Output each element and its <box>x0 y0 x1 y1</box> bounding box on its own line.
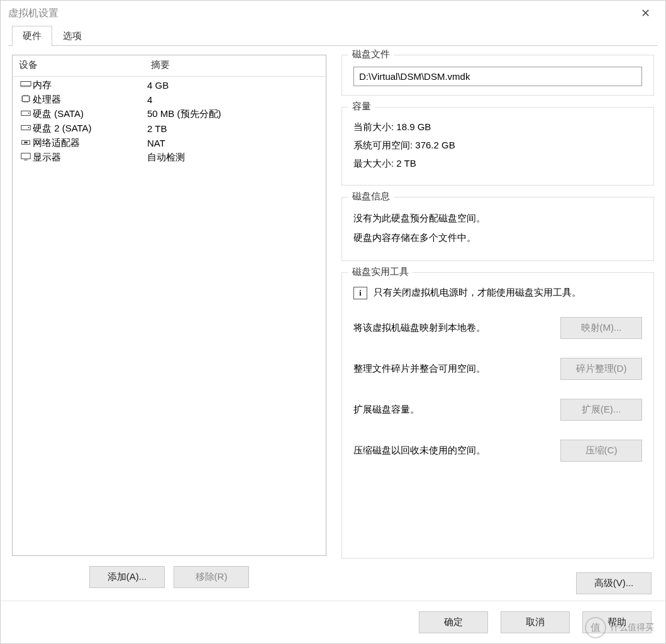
util-defrag-desc: 整理文件碎片并整合可用空间。 <box>353 363 560 375</box>
advanced-button[interactable]: 高级(V)... <box>576 572 652 594</box>
device-table: 设备 摘要 内存 4 GB 处理器 <box>12 55 326 556</box>
group-title-disk-file: 磁盘文件 <box>348 48 394 60</box>
svg-rect-8 <box>21 153 30 159</box>
capacity-free-label: 系统可用空间: <box>353 140 413 152</box>
remove-button[interactable]: 移除(R) <box>174 566 249 588</box>
utilities-note: 只有关闭虚拟机电源时，才能使用磁盘实用工具。 <box>374 287 581 299</box>
expand-button[interactable]: 扩展(E)... <box>560 399 642 421</box>
device-row-display[interactable]: 显示器 自动检测 <box>16 150 322 165</box>
group-title-disk-info: 磁盘信息 <box>348 191 394 203</box>
close-icon[interactable]: ✕ <box>633 6 658 20</box>
svg-point-5 <box>28 127 30 128</box>
device-summary: 50 MB (预先分配) <box>147 108 319 120</box>
disk-info-line1: 没有为此硬盘预分配磁盘空间。 <box>353 213 642 225</box>
compact-button[interactable]: 压缩(C) <box>560 440 642 462</box>
svg-point-3 <box>28 113 30 114</box>
add-button[interactable]: 添加(A)... <box>89 566 165 588</box>
defrag-button[interactable]: 碎片整理(D) <box>560 358 642 380</box>
device-label: 硬盘 2 (SATA) <box>33 123 147 135</box>
group-disk-file: 磁盘文件 D:\Virtual\DSM\DSM.vmdk <box>341 55 654 96</box>
capacity-current-value: 18.9 GB <box>396 121 431 132</box>
memory-icon <box>19 80 33 91</box>
window-title: 虚拟机设置 <box>8 7 58 20</box>
svg-rect-7 <box>24 142 27 143</box>
disk-icon <box>19 123 33 134</box>
device-header-device: 设备 <box>19 59 151 71</box>
device-summary: 4 GB <box>147 80 319 91</box>
device-label: 处理器 <box>33 94 147 106</box>
device-label: 硬盘 (SATA) <box>33 108 147 120</box>
group-capacity: 容量 当前大小: 18.9 GB 系统可用空间: 376.2 GB 最大大小: … <box>341 107 654 186</box>
device-summary: 4 <box>147 94 319 105</box>
capacity-max-value: 2 TB <box>396 158 416 169</box>
cpu-icon <box>19 94 33 105</box>
device-row-disk1[interactable]: 硬盘 (SATA) 50 MB (预先分配) <box>16 107 322 121</box>
svg-rect-0 <box>21 82 31 86</box>
util-compact-desc: 压缩磁盘以回收未使用的空间。 <box>353 445 560 457</box>
device-header-summary: 摘要 <box>151 59 170 71</box>
util-expand-desc: 扩展磁盘容量。 <box>353 404 560 416</box>
disk-file-input[interactable]: D:\Virtual\DSM\DSM.vmdk <box>353 67 642 86</box>
group-title-utilities: 磁盘实用工具 <box>348 266 413 278</box>
group-utilities: 磁盘实用工具 i 只有关闭虚拟机电源时，才能使用磁盘实用工具。 将该虚拟机磁盘映… <box>341 272 654 558</box>
network-icon <box>19 138 33 148</box>
tab-options[interactable]: 选项 <box>52 26 92 46</box>
device-row-cpu[interactable]: 处理器 4 <box>16 92 322 107</box>
device-label: 网络适配器 <box>33 137 147 149</box>
capacity-free-value: 376.2 GB <box>415 140 455 150</box>
display-icon <box>19 152 33 163</box>
capacity-current-label: 当前大小: <box>353 121 394 133</box>
device-label: 显示器 <box>33 152 147 164</box>
map-button[interactable]: 映射(M)... <box>560 317 642 339</box>
tab-hardware[interactable]: 硬件 <box>12 26 52 47</box>
cancel-button[interactable]: 取消 <box>501 611 570 633</box>
device-label: 内存 <box>33 79 147 91</box>
disk-info-line2: 硬盘内容存储在多个文件中。 <box>353 232 642 244</box>
device-row-memory[interactable]: 内存 4 GB <box>16 78 322 92</box>
util-map-desc: 将该虚拟机磁盘映射到本地卷。 <box>353 322 560 334</box>
ok-button[interactable]: 确定 <box>419 611 488 633</box>
device-summary: 2 TB <box>147 123 319 134</box>
device-summary: 自动检测 <box>147 152 319 164</box>
disk-icon <box>19 109 33 119</box>
svg-rect-1 <box>23 96 30 102</box>
capacity-max-label: 最大大小: <box>353 158 394 170</box>
device-summary: NAT <box>147 138 319 148</box>
group-title-capacity: 容量 <box>348 101 375 113</box>
info-icon: i <box>353 287 367 299</box>
group-disk-info: 磁盘信息 没有为此硬盘预分配磁盘空间。 硬盘内容存储在多个文件中。 <box>341 197 654 261</box>
device-row-disk2[interactable]: 硬盘 2 (SATA) 2 TB <box>16 121 322 136</box>
device-row-network[interactable]: 网络适配器 NAT <box>16 136 322 150</box>
help-button[interactable]: 帮助 <box>582 611 652 633</box>
